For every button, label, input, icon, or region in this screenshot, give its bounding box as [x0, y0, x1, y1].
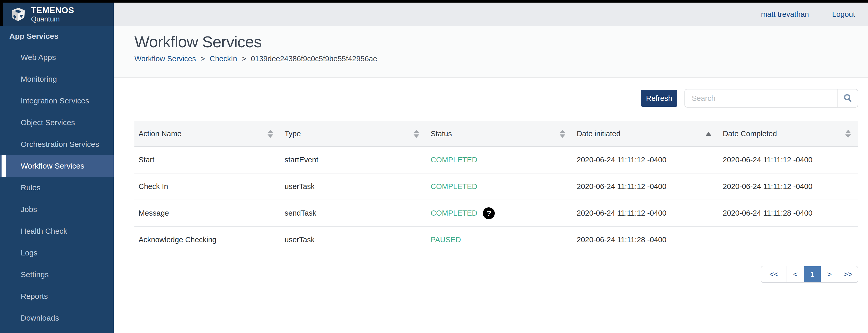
question-mark-icon[interactable]: ?: [483, 207, 495, 219]
sidebar-item-downloads[interactable]: Downloads: [0, 307, 114, 329]
main-content: Refresh Action Name Type Status: [114, 78, 868, 333]
pagination-last-button[interactable]: >>: [838, 266, 858, 282]
sidebar-item-monitoring[interactable]: Monitoring: [0, 68, 114, 90]
sidebar-item-settings[interactable]: Settings: [0, 264, 114, 285]
search-box: [684, 89, 858, 108]
table-toolbar: Refresh: [134, 89, 858, 108]
pagination-prev-button[interactable]: <: [787, 266, 804, 282]
sort-both-icon: [413, 130, 419, 138]
sort-both-icon: [845, 130, 851, 138]
sidebar: TEMENOS Quantum App Services Web Apps Mo…: [0, 3, 114, 333]
pagination-row: << < 1 > >>: [134, 266, 858, 283]
sidebar-item-reports[interactable]: Reports: [0, 285, 114, 307]
sidebar-item-rules[interactable]: Rules: [0, 177, 114, 199]
sidebar-item-jobs[interactable]: Jobs: [0, 199, 114, 220]
cell-status: COMPLETED ?: [427, 207, 572, 219]
pagination-next-button[interactable]: >: [821, 266, 838, 282]
logo-product-text: Quantum: [31, 16, 74, 23]
pagination: << < 1 > >>: [761, 266, 858, 283]
breadcrumb: Workflow Services > CheckIn > 0139dee243…: [134, 55, 868, 63]
breadcrumb-current-id: 0139dee24386f9c0c5f9be55f42956ae: [251, 55, 377, 63]
column-header-type[interactable]: Type: [280, 129, 427, 138]
search-input[interactable]: [685, 89, 837, 107]
search-button[interactable]: [837, 89, 858, 107]
cell-date-completed: 2020-06-24 11:11:12 -0400: [719, 156, 858, 164]
refresh-button[interactable]: Refresh: [641, 90, 677, 107]
table-row: Start startEvent COMPLETED 2020-06-24 11…: [134, 147, 858, 174]
sort-ascending-icon: [706, 132, 711, 136]
cell-date-initiated: 2020-06-24 11:11:12 -0400: [572, 209, 719, 217]
table-row: Check In userTask COMPLETED 2020-06-24 1…: [134, 174, 858, 200]
cell-type: sendTask: [280, 209, 427, 217]
cell-action-name: Acknowledge Checking: [134, 236, 280, 244]
sidebar-item-workflow-services[interactable]: Workflow Services: [0, 155, 114, 177]
table-row: Message sendTask COMPLETED ? 2020-06-24 …: [134, 200, 858, 227]
cell-date-initiated: 2020-06-24 11:11:12 -0400: [572, 156, 719, 164]
cell-action-name: Message: [134, 209, 280, 217]
cell-date-completed: 2020-06-24 11:11:28 -0400: [719, 209, 858, 217]
cell-type: startEvent: [280, 156, 427, 164]
cell-date-initiated: 2020-06-24 11:11:28 -0400: [572, 236, 719, 244]
table-header-row: Action Name Type Status Date initiated D…: [134, 121, 858, 147]
pagination-first-button[interactable]: <<: [761, 266, 787, 282]
cell-date-initiated: 2020-06-24 11:11:12 -0400: [572, 182, 719, 191]
cell-type: userTask: [280, 182, 427, 191]
column-header-status[interactable]: Status: [427, 129, 572, 138]
page-header: Workflow Services Workflow Services > Ch…: [114, 26, 868, 78]
column-header-action-name[interactable]: Action Name: [134, 129, 280, 138]
breadcrumb-separator: >: [200, 55, 205, 63]
cell-date-completed: 2020-06-24 11:11:12 -0400: [719, 182, 858, 191]
sidebar-item-health-check[interactable]: Health Check: [0, 220, 114, 242]
sidebar-nav: App Services Web Apps Monitoring Integra…: [0, 26, 114, 329]
window-top-strip: [0, 0, 868, 3]
sidebar-item-object-services[interactable]: Object Services: [0, 112, 114, 133]
pagination-page-1[interactable]: 1: [804, 266, 821, 282]
status-badge: COMPLETED: [427, 182, 572, 191]
cell-action-name: Check In: [134, 182, 280, 191]
column-header-date-completed[interactable]: Date Completed: [719, 129, 858, 138]
sidebar-item-web-apps[interactable]: Web Apps: [0, 47, 114, 68]
cell-action-name: Start: [134, 156, 280, 164]
logo-brand-text: TEMENOS: [31, 6, 74, 14]
status-badge: COMPLETED: [431, 209, 477, 217]
sidebar-item-orchestration-services[interactable]: Orchestration Services: [0, 133, 114, 155]
column-header-date-initiated[interactable]: Date initiated: [572, 129, 719, 138]
sidebar-group-app-services: App Services: [0, 26, 114, 47]
magnifier-icon: [843, 93, 853, 103]
logout-link[interactable]: Logout: [832, 10, 855, 19]
temenos-cube-globe-icon: [10, 6, 27, 23]
breadcrumb-link-checkin[interactable]: CheckIn: [210, 55, 237, 63]
sidebar-item-logs[interactable]: Logs: [0, 242, 114, 264]
topbar: matt trevathan Logout: [114, 3, 868, 26]
workflow-actions-table: Action Name Type Status Date initiated D…: [134, 121, 858, 253]
user-menu-link[interactable]: matt trevathan: [761, 10, 809, 19]
breadcrumb-link-workflow-services[interactable]: Workflow Services: [134, 55, 196, 63]
sort-both-icon: [268, 130, 273, 138]
breadcrumb-separator: >: [242, 55, 246, 63]
table-row: Acknowledge Checking userTask PAUSED 202…: [134, 227, 858, 253]
status-badge: COMPLETED: [427, 156, 572, 164]
sort-both-icon: [560, 130, 565, 138]
temenos-logo: TEMENOS Quantum: [0, 3, 114, 26]
cell-type: userTask: [280, 236, 427, 244]
status-badge: PAUSED: [427, 236, 572, 244]
sidebar-item-integration-services[interactable]: Integration Services: [0, 90, 114, 112]
page-title: Workflow Services: [134, 33, 868, 51]
